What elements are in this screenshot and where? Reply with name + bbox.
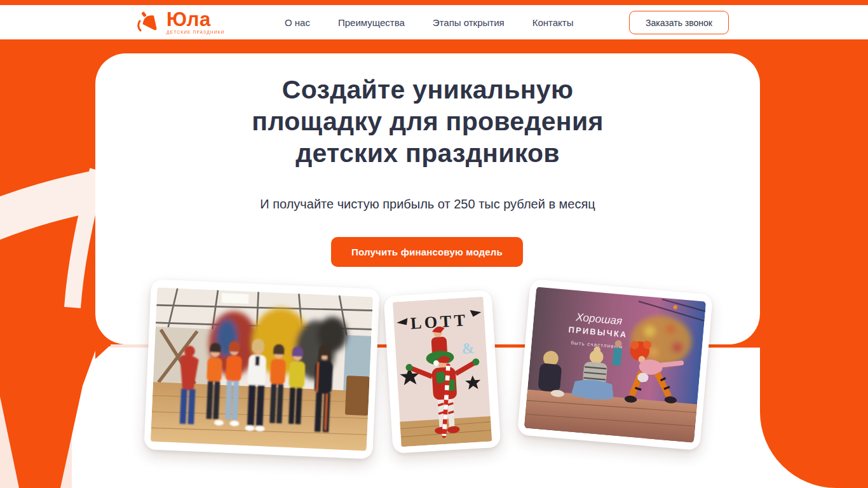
landing-page: Юла детские праздники О нас Преимущества… bbox=[0, 0, 868, 488]
nav-item-stages[interactable]: Этапы открытия bbox=[433, 17, 505, 28]
photo-team-image bbox=[151, 286, 373, 453]
spinning-top-icon bbox=[136, 8, 163, 35]
photo-show-image: Хорошая ПРИВЫЧКА быть счастливым bbox=[524, 286, 707, 444]
hero-subtitle: И получайте чистую прибыль от 250 тыс ру… bbox=[212, 196, 644, 212]
nav-item-advantages[interactable]: Преимущества bbox=[338, 17, 405, 28]
get-financial-model-button[interactable]: Получить финансовую модель bbox=[331, 237, 523, 267]
nav-item-contacts[interactable]: Контакты bbox=[532, 17, 574, 28]
request-call-button[interactable]: Заказать звонок bbox=[629, 11, 729, 34]
gallery-photo-elves: LOTT & bbox=[384, 290, 501, 454]
right-orange-block bbox=[760, 39, 868, 488]
logo-tagline: детские праздники bbox=[166, 30, 224, 34]
logo-title: Юла bbox=[166, 8, 211, 30]
header: Юла детские праздники О нас Преимущества… bbox=[0, 5, 868, 39]
top-orange-strip bbox=[0, 0, 868, 5]
gallery-photo-team bbox=[144, 279, 379, 459]
photo-elves-image: LOTT & bbox=[390, 297, 494, 447]
logo[interactable]: Юла детские праздники bbox=[136, 8, 224, 35]
gallery-photo-show: Хорошая ПРИВЫЧКА быть счастливым bbox=[517, 279, 713, 451]
ampersand-letter: & bbox=[461, 340, 475, 357]
main-nav: О нас Преимущества Этапы открытия Контак… bbox=[285, 5, 573, 39]
nav-item-about[interactable]: О нас bbox=[285, 17, 310, 28]
hero-title: Создайте уникальную площадку для проведе… bbox=[212, 74, 644, 169]
